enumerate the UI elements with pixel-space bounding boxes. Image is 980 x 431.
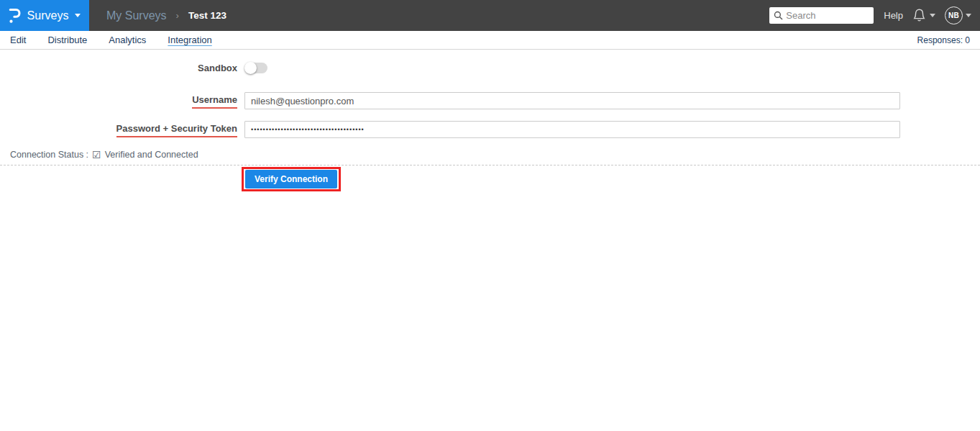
- password-row: Password + Security Token: [0, 121, 980, 138]
- integration-panel: Sandbox Username Password + Security Tok…: [0, 61, 980, 191]
- tab-edit[interactable]: Edit: [10, 35, 26, 45]
- user-avatar[interactable]: NB: [945, 6, 963, 24]
- connection-status-label: Connection Status :: [10, 150, 88, 160]
- tab-distribute[interactable]: Distribute: [47, 35, 87, 45]
- password-label: Password + Security Token: [116, 123, 237, 137]
- tab-integration[interactable]: Integration: [168, 35, 211, 45]
- sandbox-toggle-knob: [244, 62, 257, 74]
- breadcrumb: My Surveys › Test 123: [106, 9, 226, 22]
- sandbox-row: Sandbox: [0, 61, 980, 74]
- top-navbar: Surveys My Surveys › Test 123 Help: [0, 0, 980, 31]
- connection-status: Connection Status : ☑ Verified and Conne…: [0, 149, 980, 160]
- sandbox-label: Sandbox: [198, 63, 237, 73]
- help-link[interactable]: Help: [884, 10, 903, 21]
- topbar-right-group: Help NB: [769, 6, 971, 24]
- surveys-menu-label: Surveys: [27, 9, 69, 22]
- verify-button-row: Verify Connection: [0, 167, 980, 191]
- surveys-chevron-down-icon: [75, 14, 81, 17]
- account-chevron-icon[interactable]: [966, 14, 971, 17]
- survey-tabbar: Edit Distribute Analytics Integration Re…: [0, 31, 980, 50]
- search-box: [769, 7, 874, 24]
- search-input[interactable]: [786, 10, 869, 21]
- username-label: Username: [192, 94, 237, 109]
- breadcrumb-separator-icon: ›: [176, 10, 179, 21]
- tab-analytics[interactable]: Analytics: [109, 35, 146, 45]
- password-input[interactable]: [244, 121, 900, 138]
- breadcrumb-my-surveys[interactable]: My Surveys: [106, 9, 167, 22]
- dashed-divider: [0, 165, 980, 165]
- username-input[interactable]: [244, 92, 900, 109]
- notifications-bell-icon[interactable]: [912, 8, 926, 23]
- surveys-product-menu[interactable]: Surveys: [0, 0, 89, 31]
- search-icon: [774, 11, 783, 20]
- sandbox-toggle[interactable]: [245, 63, 267, 73]
- verify-connection-button[interactable]: Verify Connection: [245, 170, 337, 189]
- notifications-chevron-icon[interactable]: [930, 14, 935, 17]
- questionpro-logo-icon: [9, 7, 21, 24]
- breadcrumb-current-survey: Test 123: [188, 10, 226, 21]
- username-row: Username: [0, 92, 980, 109]
- checked-checkbox-icon: ☑: [92, 149, 101, 160]
- annotation-highlight-box: Verify Connection: [242, 167, 341, 191]
- connection-status-value: Verified and Connected: [105, 150, 198, 160]
- app-root: Surveys My Surveys › Test 123 Help: [0, 0, 980, 191]
- responses-count[interactable]: Responses: 0: [917, 35, 970, 45]
